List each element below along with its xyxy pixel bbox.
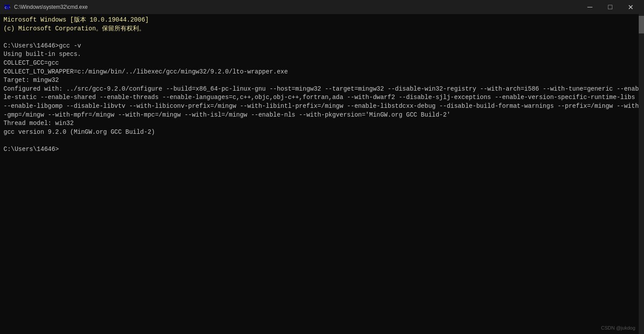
cmd-window: C:\ C:\Windows\system32\cmd.exe ─ □ ✕ Mi…	[0, 0, 644, 334]
title-bar: C:\ C:\Windows\system32\cmd.exe ─ □ ✕	[0, 0, 644, 14]
close-button[interactable]: ✕	[620, 0, 640, 14]
window-controls: ─ □ ✕	[580, 0, 640, 14]
watermark: CSDN @jukdog	[601, 325, 635, 330]
terminal-body[interactable]: Microsoft Windows [版本 10.0.19044.2006] (…	[0, 14, 644, 334]
window-title: C:\Windows\system32\cmd.exe	[14, 4, 580, 10]
scrollbar[interactable]	[639, 14, 644, 334]
minimize-button[interactable]: ─	[580, 0, 600, 14]
scrollbar-thumb[interactable]	[639, 16, 644, 33]
svg-text:C:\: C:\	[5, 6, 10, 10]
terminal-content: Microsoft Windows [版本 10.0.19044.2006] (…	[4, 16, 640, 154]
maximize-button[interactable]: □	[600, 0, 620, 14]
cmd-icon: C:\	[4, 4, 11, 11]
